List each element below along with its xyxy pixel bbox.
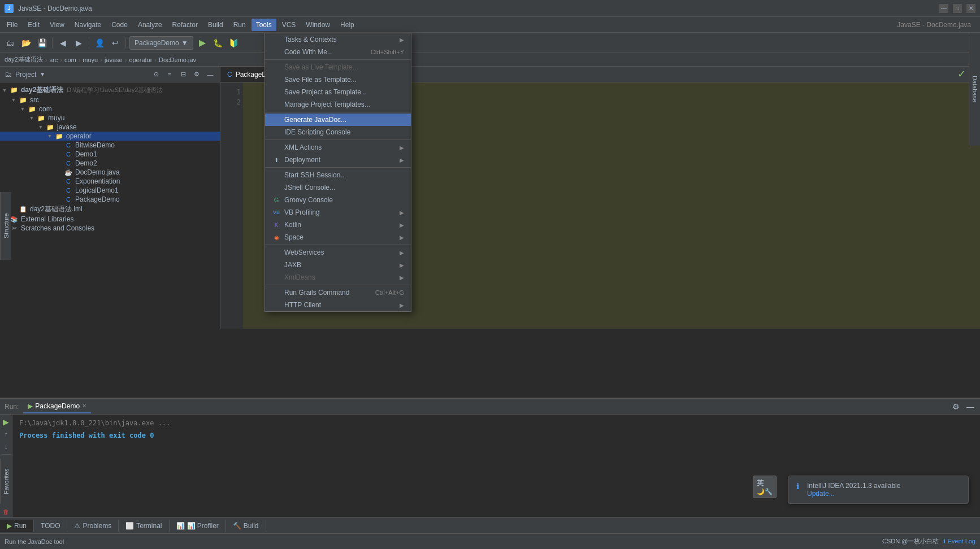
tree-item-javase[interactable]: ▼ 📁 javase <box>0 123 220 132</box>
menu-tools[interactable]: Tools <box>251 19 276 31</box>
menu-edit[interactable]: Edit <box>23 19 44 31</box>
tree-item-demo1[interactable]: C Demo1 <box>0 150 220 159</box>
event-log[interactable]: ℹ Event Log <box>943 538 975 545</box>
sidebar-database[interactable]: Database <box>969 33 980 146</box>
maximize-button[interactable]: □ <box>953 4 962 13</box>
sidebar-structure[interactable]: Structure <box>0 192 11 260</box>
menu-code[interactable]: Code <box>107 19 132 31</box>
vcs-update-btn[interactable]: 👤 <box>93 36 106 50</box>
menu-generate-javadoc[interactable]: Generate JavaDoc... <box>265 114 411 126</box>
tree-item-bitwise[interactable]: C BitwiseDemo <box>0 141 220 150</box>
menu-ssh-session[interactable]: Start SSH Session... <box>265 169 411 181</box>
menu-jaxb[interactable]: JAXB ▶ <box>265 259 411 271</box>
tree-item-iml[interactable]: 📋 day2基础语法.iml <box>0 204 220 215</box>
run-tab-main[interactable]: ▶ PackageDemo ✕ <box>23 400 91 413</box>
run-scroll-up-btn[interactable]: ↑ <box>1 429 11 439</box>
lang-badge[interactable]: 英 🌙🔧 <box>753 476 777 498</box>
run-tab-close[interactable]: ✕ <box>82 403 86 409</box>
status-bar: Run the JavaDoc tool CSDN @一枚小白桔 ℹ Event… <box>0 533 980 549</box>
tree-item-operator[interactable]: ▼ 📁 operator <box>0 132 220 141</box>
project-collapse-btn[interactable]: ⊟ <box>178 69 188 80</box>
menu-navigate[interactable]: Navigate <box>70 19 106 31</box>
tree-item-src[interactable]: ▼ 📁 src <box>0 95 220 104</box>
menu-refactor[interactable]: Refactor <box>168 19 202 31</box>
project-flatten-btn[interactable]: ≡ <box>164 69 175 80</box>
tree-item-com[interactable]: ▼ 📁 com <box>0 104 220 114</box>
revert-btn[interactable]: ↩ <box>109 36 122 50</box>
back-btn[interactable]: ◀ <box>56 36 70 50</box>
bc-4[interactable]: muyu <box>83 56 98 63</box>
bc-3[interactable]: com <box>64 56 76 63</box>
project-dropdown-arrow[interactable]: ▼ <box>40 71 45 77</box>
tree-item-exp[interactable]: C Exponentiation <box>0 177 220 186</box>
menu-groovy-console[interactable]: G Groovy Console <box>265 194 411 206</box>
menu-vb-profiling[interactable]: VB VB Profiling ▶ <box>265 206 411 219</box>
menu-xml-actions[interactable]: XML Actions ▶ <box>265 141 411 154</box>
menu-file[interactable]: File <box>2 19 22 31</box>
save-btn[interactable]: 💾 <box>35 36 49 50</box>
class-icon-demo1: C <box>63 151 73 158</box>
menu-jshell-console[interactable]: JShell Console... <box>265 181 411 194</box>
menu-kotlin[interactable]: K Kotlin ▶ <box>265 219 411 231</box>
menu-code-with-me[interactable]: Code With Me... Ctrl+Shift+Y <box>265 46 411 58</box>
menu-analyze[interactable]: Analyze <box>133 19 167 31</box>
tree-item-external[interactable]: ▶ 📚 External Libraries <box>0 215 220 224</box>
bc-1[interactable]: day2基础语法 <box>5 55 43 64</box>
close-button[interactable]: ✕ <box>966 4 975 13</box>
notification-update-link[interactable]: Update... <box>807 490 835 498</box>
menu-run-grails[interactable]: Run Grails Command Ctrl+Alt+G <box>265 286 411 299</box>
project-scope-btn[interactable]: ⊙ <box>151 69 161 80</box>
project-close-btn[interactable]: — <box>205 69 215 80</box>
tree-label-iml: day2基础语法.iml <box>30 204 83 214</box>
tab-terminal[interactable]: ⬜ Terminal <box>119 520 169 532</box>
run-settings-btn[interactable]: ⚙ <box>951 402 961 412</box>
bc-6[interactable]: operator <box>129 56 152 63</box>
tab-problems[interactable]: ⚠ Problems <box>67 520 119 532</box>
menu-manage-project-templates[interactable]: Manage Project Templates... <box>265 98 411 111</box>
menu-run[interactable]: Run <box>229 19 250 31</box>
menu-help[interactable]: Help <box>336 19 359 31</box>
menu-webservices[interactable]: WebServices ▶ <box>265 246 411 259</box>
run-btn[interactable]: ▶ <box>196 36 209 50</box>
project-settings-btn[interactable]: ⚙ <box>192 69 202 80</box>
new-project-btn[interactable]: 🗂 <box>3 36 17 50</box>
run-scroll-down-btn[interactable]: ↓ <box>1 442 11 452</box>
tab-profiler[interactable]: 📊 📊 Profiler <box>170 520 226 532</box>
tree-item-scratches[interactable]: ▶ ✂ Scratches and Consoles <box>0 224 220 233</box>
tree-item-muyu[interactable]: ▼ 📁 muyu <box>0 114 220 123</box>
tab-run[interactable]: ▶ Run <box>0 520 34 532</box>
run-stop-btn[interactable]: 🗑 <box>1 507 11 517</box>
bc-2[interactable]: src <box>50 56 58 63</box>
bc-5[interactable]: javase <box>105 56 123 63</box>
run-config-dropdown[interactable]: PackageDemo ▼ <box>129 36 193 50</box>
open-btn[interactable]: 📂 <box>19 36 33 50</box>
menu-save-file-template[interactable]: Save File as Template... <box>265 73 411 86</box>
menu-window[interactable]: Window <box>301 19 335 31</box>
src-folder-icon: 📁 <box>18 97 28 104</box>
tree-item-package[interactable]: C PackageDemo <box>0 195 220 204</box>
tree-item-root[interactable]: ▼ 📁 day2基础语法 D:\编程学习\JavaSE\day2基础语法 <box>0 85 220 95</box>
menu-build[interactable]: Build <box>203 19 228 31</box>
sidebar-favorites[interactable]: Favorites <box>0 459 11 504</box>
tree-item-docdemo[interactable]: ☕ DocDemo.java <box>0 168 220 177</box>
menu-tasks-contexts[interactable]: Tasks & Contexts ▶ <box>265 33 411 46</box>
menu-deployment[interactable]: ⬆ Deployment ▶ <box>265 154 411 166</box>
bc-7[interactable]: DocDemo.jav <box>159 56 196 63</box>
minimize-button[interactable]: — <box>939 4 948 13</box>
menu-view[interactable]: View <box>45 19 69 31</box>
tree-item-logical[interactable]: C LogicalDemo1 <box>0 186 220 195</box>
menu-http-client[interactable]: HTTP Client ▶ <box>265 299 411 311</box>
menu-ide-scripting-console[interactable]: IDE Scripting Console <box>265 126 411 138</box>
menu-save-project-template[interactable]: Save Project as Template... <box>265 86 411 98</box>
coverage-btn[interactable]: 🔰 <box>227 36 241 50</box>
tab-build[interactable]: 🔨 Build <box>226 520 266 532</box>
run-close-btn[interactable]: — <box>965 402 975 412</box>
menu-space[interactable]: ◉ Space ▶ <box>265 231 411 243</box>
tab-todo[interactable]: TODO <box>34 520 67 532</box>
menu-vcs[interactable]: VCS <box>277 19 301 31</box>
app-icon: J <box>5 4 14 13</box>
tree-item-demo2[interactable]: C Demo2 <box>0 159 220 168</box>
forward-btn[interactable]: ▶ <box>72 36 85 50</box>
run-play-btn[interactable]: ▶ <box>1 417 11 427</box>
debug-btn[interactable]: 🐛 <box>211 36 225 50</box>
